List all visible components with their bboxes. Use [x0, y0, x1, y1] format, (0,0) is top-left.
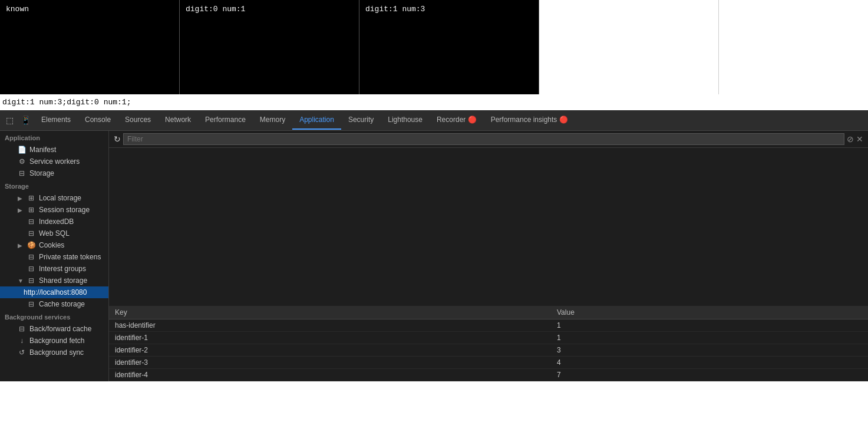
sidebar-service-workers-label: Service workers — [29, 157, 80, 166]
shared-storage-origin-label: http://localhost:8080 — [24, 288, 87, 296]
inspect-icon[interactable]: ⬚ — [2, 113, 17, 127]
col-header-value: Value — [551, 306, 868, 319]
background-sync-icon: ↺ — [18, 348, 26, 357]
web-sql-label: Web SQL — [39, 229, 70, 238]
local-storage-label: Local storage — [39, 194, 81, 202]
canvas-2-label: digit:0 num:1 — [186, 5, 245, 14]
tab-performance[interactable]: Performance — [198, 111, 253, 130]
canvas-row: known digit:0 num:1 digit:1 num:3 — [0, 0, 868, 94]
table-cell-value: 3 — [551, 344, 868, 357]
devtools-main: ↻ ⊘ ✕ Key Value has-identifier1identif — [109, 131, 868, 381]
sidebar-item-storage-app[interactable]: ⊟ Storage — [0, 167, 108, 179]
tab-network[interactable]: Network — [158, 111, 198, 130]
filter-bar: ↻ ⊘ ✕ — [109, 131, 868, 148]
tab-security[interactable]: Security — [341, 111, 381, 130]
data-area: Key Value has-identifier1identifier-11id… — [109, 148, 868, 381]
sidebar-item-shared-storage[interactable]: ▼ ⊟ Shared storage — [0, 275, 108, 286]
service-workers-icon: ⚙ — [18, 157, 26, 166]
table-cell-key: has-identifier — [109, 319, 551, 332]
canvas-5 — [719, 0, 868, 94]
indexeddb-label: IndexedDB — [39, 217, 74, 226]
expand-session-storage-icon: ▶ — [18, 207, 24, 213]
filter-cancel-icon[interactable]: ⊘ — [847, 134, 854, 144]
shared-storage-icon: ⊟ — [27, 276, 35, 285]
table-cell-value: 4 — [551, 357, 868, 369]
data-empty-space — [109, 148, 868, 306]
back-forward-cache-icon: ⊟ — [18, 325, 26, 333]
session-storage-label: Session storage — [39, 206, 90, 214]
interest-groups-icon: ⊟ — [27, 265, 35, 273]
sidebar-item-local-storage[interactable]: ▶ ⊞ Local storage — [0, 192, 108, 204]
sidebar-item-cache-storage[interactable]: ▶ ⊟ Cache storage — [0, 298, 108, 310]
sidebar-item-session-storage[interactable]: ▶ ⊞ Session storage — [0, 204, 108, 216]
sidebar-item-shared-storage-origin[interactable]: http://localhost:8080 — [0, 286, 108, 298]
private-state-tokens-label: Private state tokens — [39, 253, 101, 261]
sidebar-background-section: Background services — [0, 310, 108, 323]
cache-storage-label: Cache storage — [39, 300, 85, 308]
background-fetch-label: Background fetch — [29, 337, 84, 345]
canvas-1-label: known — [6, 5, 29, 14]
sidebar-item-background-sync[interactable]: ↺ Background sync — [0, 347, 108, 358]
table-cell-value: 1 — [551, 332, 868, 344]
storage-icon: ⊟ — [18, 169, 26, 177]
devtools-body: Application 📄 Manifest ⚙ Service workers… — [0, 131, 868, 381]
table-cell-key: identifier-4 — [109, 369, 551, 381]
table-cell-key: identifier-1 — [109, 332, 551, 344]
tab-recorder[interactable]: Recorder 🔴 — [430, 111, 484, 130]
sidebar-storage-section: Storage — [0, 179, 108, 192]
devtools-tab-bar: ⬚ 📱 Elements Console Sources Network Per… — [0, 110, 868, 131]
sidebar-item-interest-groups[interactable]: ▶ ⊟ Interest groups — [0, 263, 108, 275]
shared-storage-label: Shared storage — [39, 276, 87, 285]
tab-sources[interactable]: Sources — [118, 111, 158, 130]
sidebar-item-manifest[interactable]: 📄 Manifest — [0, 144, 108, 156]
table-cell-value: 1 — [551, 319, 868, 332]
devtools-sidebar: Application 📄 Manifest ⚙ Service workers… — [0, 131, 109, 381]
table-row[interactable]: identifier-34 — [109, 357, 868, 369]
canvas-3: digit:1 num:3 — [359, 0, 539, 94]
expand-local-storage-icon: ▶ — [18, 195, 24, 202]
filter-clear-icon[interactable]: ✕ — [856, 134, 863, 144]
refresh-button[interactable]: ↻ — [114, 134, 121, 144]
canvas-3-label: digit:1 num:3 — [365, 5, 425, 14]
local-storage-icon: ⊞ — [27, 194, 35, 202]
session-storage-icon: ⊞ — [27, 206, 35, 214]
table-row[interactable]: identifier-11 — [109, 332, 868, 344]
tab-elements[interactable]: Elements — [34, 111, 78, 130]
sidebar-item-indexeddb[interactable]: ▶ ⊟ IndexedDB — [0, 216, 108, 228]
cache-storage-icon: ⊟ — [27, 300, 35, 308]
sidebar-item-service-workers[interactable]: ⚙ Service workers — [0, 156, 108, 167]
expand-cookies-icon: ▶ — [18, 242, 24, 249]
cookies-icon: 🍪 — [27, 241, 35, 249]
table-row[interactable]: identifier-23 — [109, 344, 868, 357]
sidebar-storage-label: Storage — [29, 169, 54, 177]
sidebar-application-section: Application — [0, 131, 108, 144]
tab-lighthouse[interactable]: Lighthouse — [381, 111, 430, 130]
table-row[interactable]: identifier-47 — [109, 369, 868, 381]
devtools-panel: ⬚ 📱 Elements Console Sources Network Per… — [0, 110, 868, 381]
sidebar-item-background-fetch[interactable]: ↓ Background fetch — [0, 335, 108, 347]
canvas-2: digit:0 num:1 — [180, 0, 359, 94]
sidebar-item-private-state-tokens[interactable]: ▶ ⊟ Private state tokens — [0, 251, 108, 263]
device-icon[interactable]: 📱 — [17, 113, 34, 127]
expand-shared-storage-icon: ▼ — [18, 278, 24, 284]
sidebar-item-back-forward-cache[interactable]: ⊟ Back/forward cache — [0, 323, 108, 335]
table-cell-key: identifier-2 — [109, 344, 551, 357]
canvas-1: known — [0, 0, 180, 94]
indexeddb-icon: ⊟ — [27, 217, 35, 226]
cookies-label: Cookies — [39, 241, 64, 249]
tab-console[interactable]: Console — [78, 111, 118, 130]
table-cell-value: 7 — [551, 369, 868, 381]
web-sql-icon: ⊟ — [27, 229, 35, 238]
interest-groups-label: Interest groups — [39, 265, 86, 273]
sidebar-manifest-label: Manifest — [29, 146, 56, 154]
sidebar-item-cookies[interactable]: ▶ 🍪 Cookies — [0, 239, 108, 251]
sidebar-item-web-sql[interactable]: ▶ ⊟ Web SQL — [0, 228, 108, 239]
filter-input[interactable] — [123, 133, 844, 145]
table-cell-key: identifier-3 — [109, 357, 551, 369]
tab-performance-insights[interactable]: Performance insights 🔴 — [484, 111, 575, 130]
tab-application[interactable]: Application — [292, 111, 341, 130]
col-header-key: Key — [109, 306, 551, 319]
tab-memory[interactable]: Memory — [253, 111, 292, 130]
manifest-icon: 📄 — [18, 146, 26, 154]
table-row[interactable]: has-identifier1 — [109, 319, 868, 332]
